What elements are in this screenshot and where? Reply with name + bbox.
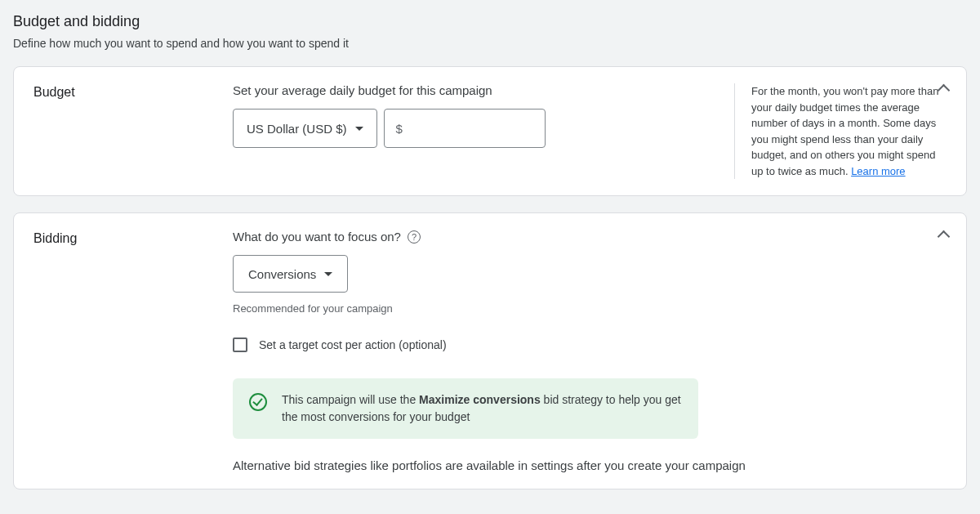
budget-side-note: For the month, you won't pay more than y… <box>734 83 947 179</box>
alternative-strategy-note: Alternative bid strategies like portfoli… <box>233 458 947 472</box>
collapse-budget-button[interactable] <box>937 82 951 99</box>
target-cpa-checkbox[interactable] <box>233 337 247 352</box>
chevron-up-icon <box>937 228 951 243</box>
banner-bold: Maximize conversions <box>419 393 541 406</box>
budget-field-label: Set your average daily budget for this c… <box>233 83 718 97</box>
strategy-banner: This campaign will use the Maximize conv… <box>233 378 698 439</box>
budget-section-label: Budget <box>33 83 233 100</box>
chevron-up-icon <box>937 82 951 96</box>
budget-amount-wrapper[interactable]: $ <box>384 109 546 148</box>
bidding-section-label: Bidding <box>33 230 233 246</box>
banner-prefix: This campaign will use the <box>282 393 419 406</box>
budget-card: Budget Set your average daily budget for… <box>13 66 967 196</box>
target-cpa-label: Set a target cost per action (optional) <box>259 338 447 351</box>
recommendation-hint: Recommended for your campaign <box>233 302 947 315</box>
focus-select[interactable]: Conversions <box>233 255 348 293</box>
collapse-bidding-button[interactable] <box>937 228 951 245</box>
currency-symbol: $ <box>396 122 403 136</box>
currency-select[interactable]: US Dollar (USD $) <box>233 109 377 148</box>
currency-selected-value: US Dollar (USD $) <box>247 122 347 136</box>
caret-down-icon <box>355 127 363 131</box>
budget-amount-input[interactable] <box>408 122 533 136</box>
caret-down-icon <box>324 272 332 276</box>
learn-more-link[interactable]: Learn more <box>851 165 905 177</box>
page-subtitle: Define how much you want to spend and ho… <box>13 37 967 50</box>
bidding-card: Bidding What do you want to focus on? ? … <box>13 212 967 489</box>
strategy-banner-text: This campaign will use the Maximize conv… <box>282 391 682 426</box>
focus-selected-value: Conversions <box>248 267 316 281</box>
page-title: Budget and bidding <box>13 13 967 30</box>
budget-note-text: For the month, you won't pay more than y… <box>751 85 938 177</box>
focus-label: What do you want to focus on? <box>233 230 401 244</box>
help-icon[interactable]: ? <box>408 230 421 244</box>
check-circle-icon <box>249 393 267 411</box>
